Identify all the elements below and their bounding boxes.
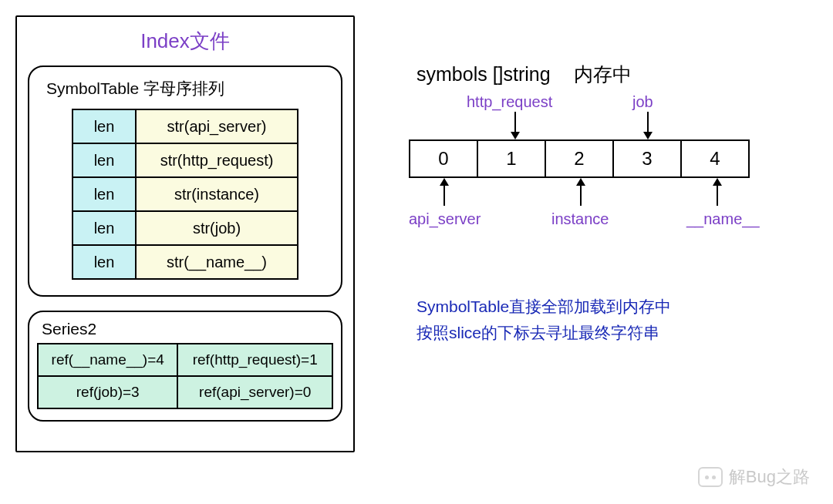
table-row: ref(job)=3 ref(api_server)=0 (38, 376, 332, 408)
label-instance: instance (551, 210, 609, 228)
memory-heading-left: symbols []string (416, 63, 551, 85)
table-row: len str(__name__) (73, 245, 298, 279)
str-cell: str(__name__) (136, 245, 298, 279)
note-line: 按照slice的下标去寻址最终字符串 (416, 320, 810, 346)
series2-title: Series2 (42, 320, 333, 338)
array-cell: 3 (612, 139, 682, 178)
str-cell: str(job) (136, 211, 298, 245)
watermark: 解Bug之路 (698, 465, 810, 489)
label-name: __name__ (686, 210, 760, 228)
bottom-arrow-row: api_server instance __name__ (393, 178, 810, 255)
str-cell: str(http_request) (136, 143, 298, 177)
series2-table: ref(__name__)=4 ref(http_request)=1 ref(… (37, 343, 333, 409)
array-cell: 2 (545, 139, 614, 178)
table-row: len str(instance) (73, 177, 298, 211)
len-cell: len (73, 211, 136, 245)
wechat-icon (698, 467, 723, 487)
arrow-up-icon (575, 178, 587, 206)
len-cell: len (73, 109, 136, 143)
len-cell: len (73, 245, 136, 279)
arrow-up-icon (711, 178, 723, 206)
table-row: len str(job) (73, 211, 298, 245)
table-row: ref(__name__)=4 ref(http_request)=1 (38, 344, 332, 376)
len-cell: len (73, 177, 136, 211)
memory-diagram: symbols []string内存中 http_request job 0 1… (393, 15, 810, 345)
arrow-up-icon (438, 178, 450, 206)
str-cell: str(instance) (136, 177, 298, 211)
array-cell: 1 (477, 139, 546, 178)
ref-cell: ref(__name__)=4 (38, 344, 177, 376)
index-file-title: Index文件 (28, 28, 342, 55)
symbol-table-title: SymbolTable 字母序排列 (46, 78, 325, 99)
array-cell: 4 (680, 139, 750, 178)
symbol-table-panel: SymbolTable 字母序排列 len str(api_server) le… (28, 66, 342, 297)
memory-array: 0 1 2 3 4 (409, 139, 810, 178)
ref-cell: ref(job)=3 (38, 376, 177, 408)
memory-heading-right: 内存中 (574, 63, 632, 85)
memory-heading: symbols []string内存中 (393, 62, 810, 87)
svg-marker-3 (643, 132, 653, 139)
watermark-text: 解Bug之路 (729, 465, 810, 489)
label-api-server: api_server (409, 210, 481, 228)
table-row: len str(api_server) (73, 109, 298, 143)
ref-cell: ref(api_server)=0 (177, 376, 332, 408)
arrow-down-icon (509, 112, 521, 139)
note-line: SymbolTable直接全部加载到内存中 (416, 294, 810, 320)
len-cell: len (73, 143, 136, 177)
svg-marker-1 (511, 132, 520, 139)
memory-note: SymbolTable直接全部加载到内存中 按照slice的下标去寻址最终字符串 (393, 294, 810, 345)
series2-panel: Series2 ref(__name__)=4 ref(http_request… (28, 311, 342, 422)
label-http-request: http_request (467, 93, 552, 111)
ref-cell: ref(http_request)=1 (177, 344, 332, 376)
arrow-down-icon (642, 112, 654, 139)
str-cell: str(api_server) (136, 109, 298, 143)
table-row: len str(http_request) (73, 143, 298, 177)
index-file-box: Index文件 SymbolTable 字母序排列 len str(api_se… (15, 15, 355, 452)
array-cell: 0 (409, 139, 478, 178)
label-job: job (632, 93, 653, 111)
symbol-table: len str(api_server) len str(http_request… (72, 109, 298, 280)
top-arrow-row: http_request job (393, 93, 810, 139)
